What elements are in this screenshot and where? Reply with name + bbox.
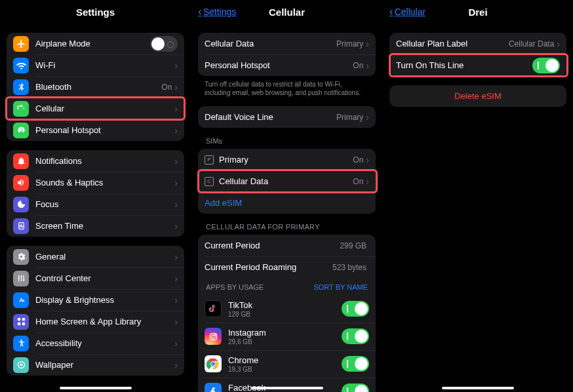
svg-rect-9 xyxy=(17,323,20,325)
usage-row: Current Period Roaming 523 bytes xyxy=(198,256,376,278)
settings-row-control[interactable]: Control Center › xyxy=(7,267,184,289)
chevron-right-icon: › xyxy=(557,39,560,49)
chevron-right-icon: › xyxy=(174,221,178,231)
svg-rect-8 xyxy=(22,318,24,321)
row-label: Personal Hotspot xyxy=(35,125,174,135)
chevron-right-icon: › xyxy=(174,104,178,114)
settings-group: Airplane Mode Wi-Fi › Bluetooth On› Cell… xyxy=(7,33,184,141)
sim-row[interactable]: C Cellular Data On› xyxy=(198,170,376,192)
row-label: Notifications xyxy=(35,156,174,166)
plan-row[interactable]: Cellular Plan LabelCellular Data› xyxy=(389,33,566,54)
chevron-right-icon: › xyxy=(174,156,178,167)
svg-point-3 xyxy=(20,276,22,278)
row-label: Screen Time xyxy=(35,221,174,231)
chevron-right-icon: › xyxy=(174,317,178,327)
sims-group: P Primary On› C Cellular Data On› Add eS… xyxy=(198,149,376,214)
cellular-row[interactable]: Personal Hotspot On› xyxy=(198,54,376,76)
delete-esim-group: Delete eSIM xyxy=(389,85,566,107)
svg-point-15 xyxy=(212,335,215,338)
app-switch[interactable] xyxy=(342,383,369,392)
svg-point-16 xyxy=(215,334,216,334)
cellular-icon xyxy=(13,101,29,117)
row-label: General xyxy=(35,252,174,262)
cellular-pane: ‹ Settings Cellular Cellular Data Primar… xyxy=(191,0,382,392)
app-usage-row[interactable]: TikTok128 GB xyxy=(198,295,376,323)
settings-row-general[interactable]: General › xyxy=(7,246,184,267)
chevron-right-icon: › xyxy=(366,155,369,165)
chevron-left-icon: ‹ xyxy=(389,5,393,18)
cellular-top-group: Cellular Data Primary› Personal Hotspot … xyxy=(198,33,376,76)
settings-row-access[interactable]: Accessibility › xyxy=(7,332,184,354)
back-to-settings[interactable]: ‹ Settings xyxy=(198,0,236,24)
home-indicator[interactable] xyxy=(442,387,514,389)
settings-row-hotspot[interactable]: Personal Hotspot › xyxy=(7,119,184,141)
settings-pane: Settings Airplane Mode Wi-Fi › Bluetooth… xyxy=(0,0,191,392)
settings-row-bluetooth[interactable]: Bluetooth On› xyxy=(7,76,184,98)
settings-row-wall[interactable]: Wallpaper › xyxy=(7,354,184,376)
home-icon xyxy=(13,314,29,330)
hotspot-icon xyxy=(13,123,29,138)
app-usage-row[interactable]: Chrome19,3 GB xyxy=(198,350,376,378)
sim-row[interactable]: P Primary On› xyxy=(198,149,376,170)
settings-row-screentime[interactable]: Screen Time › xyxy=(7,215,184,237)
svg-point-2 xyxy=(18,277,20,279)
settings-row-notif[interactable]: Notifications › xyxy=(7,150,184,172)
row-label: Accessibility xyxy=(35,338,174,348)
usage-group: Current Period 299 GB Current Period Roa… xyxy=(198,235,376,392)
app-usage-row[interactable]: Facebook15,8 GB xyxy=(198,378,376,392)
home-indicator[interactable] xyxy=(60,387,132,389)
app-switch[interactable] xyxy=(342,301,369,317)
row-value: On xyxy=(353,61,363,70)
usage-row: Current Period 299 GB xyxy=(198,235,376,256)
settings-row-sounds[interactable]: Sounds & Haptics › xyxy=(7,172,184,193)
row-label: Cellular Data xyxy=(205,39,336,49)
airplane-switch[interactable] xyxy=(150,36,178,52)
facebook-icon xyxy=(205,383,222,392)
sort-by-name-link[interactable]: SORT BY NAME xyxy=(313,283,368,291)
app-usage-row[interactable]: Instagram29,6 GB xyxy=(198,323,376,350)
row-label: Home Screen & App Library xyxy=(35,317,174,326)
row-label: Display & Brightness xyxy=(35,295,174,305)
chevron-right-icon: › xyxy=(366,39,369,49)
settings-group: General › Control Center › AA Display & … xyxy=(7,246,184,376)
back-to-cellular[interactable]: ‹ Cellular xyxy=(389,0,425,24)
sim-badge-icon: C xyxy=(205,177,214,186)
chrome-icon xyxy=(205,355,222,372)
chevron-right-icon: › xyxy=(174,295,178,305)
delete-esim-button[interactable]: Delete eSIM xyxy=(389,85,566,107)
sim-badge-icon: P xyxy=(205,155,214,165)
plan-row[interactable]: Turn On This Line xyxy=(389,54,566,76)
add-esim-row[interactable]: Add eSIM xyxy=(198,192,376,214)
chevron-left-icon: ‹ xyxy=(198,5,202,18)
cellular-row[interactable]: Cellular Data Primary› xyxy=(198,33,376,54)
sounds-icon xyxy=(13,175,29,191)
control-icon xyxy=(13,271,29,286)
plan-group: Cellular Plan LabelCellular Data› Turn O… xyxy=(389,33,566,76)
wall-icon xyxy=(13,357,29,373)
turn-on-line-switch[interactable] xyxy=(532,58,560,73)
settings-row-display[interactable]: AA Display & Brightness › xyxy=(7,289,184,311)
default-voice-row[interactable]: Default Voice Line Primary› xyxy=(198,106,376,128)
home-indicator[interactable] xyxy=(251,387,323,389)
svg-rect-7 xyxy=(17,318,20,321)
plan-header: ‹ Cellular Drei xyxy=(383,0,573,24)
settings-row-airplane[interactable]: Airplane Mode xyxy=(7,33,184,54)
settings-title: Settings xyxy=(76,7,115,18)
focus-icon xyxy=(13,197,29,212)
app-switch[interactable] xyxy=(342,328,369,344)
row-label: Sounds & Haptics xyxy=(35,178,174,187)
notif-icon xyxy=(13,153,29,169)
chevron-right-icon: › xyxy=(174,125,178,136)
row-value: Primary xyxy=(336,39,363,49)
settings-header: Settings xyxy=(0,0,191,24)
settings-row-cellular[interactable]: Cellular › xyxy=(7,98,184,119)
settings-row-home[interactable]: Home Screen & App Library › xyxy=(7,311,184,332)
voice-group: Default Voice Line Primary› xyxy=(198,106,376,128)
settings-row-wifi[interactable]: Wi-Fi › xyxy=(7,54,184,76)
svg-rect-10 xyxy=(22,323,24,325)
cellular-header: ‹ Settings Cellular xyxy=(191,0,382,24)
row-label: Cellular xyxy=(35,104,174,113)
app-switch[interactable] xyxy=(342,356,369,372)
settings-row-focus[interactable]: Focus › xyxy=(7,193,184,215)
svg-point-11 xyxy=(20,340,22,342)
